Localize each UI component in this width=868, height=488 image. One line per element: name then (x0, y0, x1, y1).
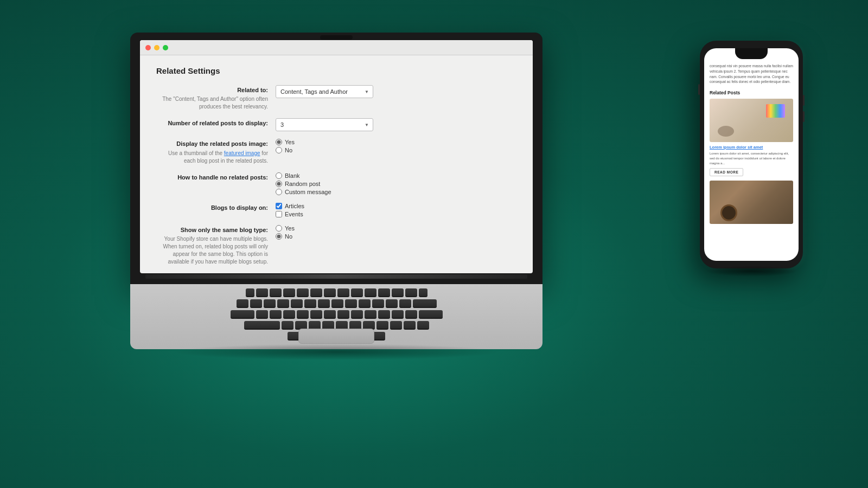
phone-read-more-button[interactable]: READ MORE (710, 168, 743, 176)
blogs-display-checkbox-group: Articles Events (276, 203, 516, 217)
blogs-events-checkbox[interactable] (276, 211, 282, 217)
key-k[interactable] (376, 321, 388, 330)
phone-notch (735, 48, 768, 59)
key-row-2 (141, 299, 532, 308)
phone-related-posts-title: Related Posts (710, 90, 793, 95)
no-related-custom-radio[interactable] (276, 189, 282, 195)
same-blog-yes[interactable]: Yes (276, 225, 516, 232)
setting-row-related-to: Related to: The "Content, Tags and Autho… (156, 85, 516, 111)
key-esc[interactable] (246, 288, 254, 297)
same-blog-control: Yes No (276, 225, 516, 240)
key-lbracket[interactable] (392, 310, 404, 319)
num-posts-dropdown-wrapper[interactable]: 1 2 3 4 5 (276, 118, 373, 131)
same-blog-no-radio[interactable] (276, 233, 282, 240)
settings-title: Related Settings (156, 66, 516, 75)
no-related-control: Blank Random post Custom message (276, 172, 516, 195)
key-caps[interactable] (244, 321, 280, 330)
phone-card-1-text: Lorem ipsum dolor sit amet, consectetur … (710, 151, 793, 166)
key-3[interactable] (277, 299, 289, 308)
key-backtick[interactable] (237, 299, 248, 308)
key-5[interactable] (304, 299, 316, 308)
display-image-no[interactable]: No (276, 147, 516, 153)
key-q[interactable] (256, 310, 268, 319)
phone-screen: consequat nisi vin posuere massa nulla f… (704, 48, 799, 261)
key-semicolon[interactable] (404, 321, 416, 330)
key-f7[interactable] (337, 288, 349, 297)
key-1[interactable] (250, 299, 262, 308)
key-f11[interactable] (392, 288, 404, 297)
key-9[interactable] (359, 299, 371, 308)
phone-lorem-text: consequat nisi vin posuere massa nulla f… (710, 63, 793, 85)
close-button[interactable] (145, 45, 151, 50)
display-image-yes[interactable]: Yes (276, 139, 516, 145)
phone-power-button[interactable] (803, 95, 805, 106)
display-image-no-radio[interactable] (276, 147, 282, 153)
key-a[interactable] (282, 321, 293, 330)
key-2[interactable] (264, 299, 276, 308)
key-delete[interactable] (413, 299, 437, 308)
key-o[interactable] (365, 310, 376, 319)
key-f1[interactable] (256, 288, 268, 297)
phone-power-button-2[interactable] (803, 111, 805, 122)
phone-card-1: Lorem ipsum dolor sit amet Lorem ipsum d… (710, 99, 793, 176)
key-f10[interactable] (378, 288, 390, 297)
key-e[interactable] (283, 310, 295, 319)
blogs-articles[interactable]: Articles (276, 203, 516, 209)
trackpad[interactable] (298, 329, 374, 344)
key-rbracket[interactable] (405, 310, 417, 319)
blogs-display-control: Articles Events (276, 203, 516, 217)
key-u[interactable] (337, 310, 349, 319)
key-tab[interactable] (231, 310, 254, 319)
blogs-articles-checkbox[interactable] (276, 203, 282, 209)
screen-titlebar (140, 40, 533, 55)
key-f3[interactable] (283, 288, 295, 297)
key-7[interactable] (331, 299, 343, 308)
key-equal[interactable] (399, 299, 411, 308)
key-p[interactable] (378, 310, 390, 319)
key-f8[interactable] (351, 288, 363, 297)
key-f5[interactable] (310, 288, 322, 297)
same-blog-no[interactable]: No (276, 233, 516, 240)
setting-row-same-blog: Show only the same blog type: Your Shopi… (156, 225, 516, 266)
key-f2[interactable] (270, 288, 282, 297)
key-l[interactable] (390, 321, 402, 330)
maximize-button[interactable] (163, 45, 168, 50)
key-quote[interactable] (417, 321, 429, 330)
key-minus[interactable] (386, 299, 398, 308)
key-f12[interactable] (405, 288, 417, 297)
key-i[interactable] (351, 310, 363, 319)
display-image-label: Display the related posts image: Use a t… (156, 139, 276, 164)
key-4[interactable] (291, 299, 303, 308)
display-image-yes-radio[interactable] (276, 139, 282, 145)
key-f9[interactable] (365, 288, 376, 297)
related-to-dropdown-wrapper[interactable]: Content, Tags and Author Tags only Autho… (276, 85, 373, 98)
phone-volume-button[interactable] (698, 84, 700, 95)
no-related-blank[interactable]: Blank (276, 172, 516, 179)
key-r[interactable] (297, 310, 309, 319)
key-f6[interactable] (324, 288, 336, 297)
no-related-random-radio[interactable] (276, 181, 282, 187)
related-to-control: Content, Tags and Author Tags only Autho… (276, 85, 516, 98)
no-related-custom[interactable]: Custom message (276, 189, 516, 195)
key-power[interactable] (419, 288, 427, 297)
no-related-label: How to handle no related posts: (156, 172, 276, 182)
minimize-button[interactable] (154, 45, 159, 50)
key-0[interactable] (372, 299, 384, 308)
blogs-events[interactable]: Events (276, 211, 516, 217)
key-8[interactable] (345, 299, 357, 308)
key-t[interactable] (310, 310, 322, 319)
featured-image-link[interactable]: featured image (224, 150, 260, 156)
key-y[interactable] (324, 310, 336, 319)
key-6[interactable] (318, 299, 330, 308)
num-posts-select[interactable]: 1 2 3 4 5 (276, 118, 373, 131)
key-return[interactable] (419, 310, 443, 319)
same-blog-yes-radio[interactable] (276, 225, 282, 232)
related-to-select[interactable]: Content, Tags and Author Tags only Autho… (276, 85, 373, 98)
key-w[interactable] (270, 310, 282, 319)
key-f4[interactable] (297, 288, 309, 297)
no-related-random[interactable]: Random post (276, 181, 516, 187)
settings-panel: Related Settings Related to: The "Conten… (140, 55, 533, 273)
no-related-blank-radio[interactable] (276, 172, 282, 179)
phone-card-1-title[interactable]: Lorem ipsum dolor sit amet (710, 145, 793, 150)
laptop-screen-wrapper: Related Settings Related to: The "Conten… (130, 33, 542, 284)
